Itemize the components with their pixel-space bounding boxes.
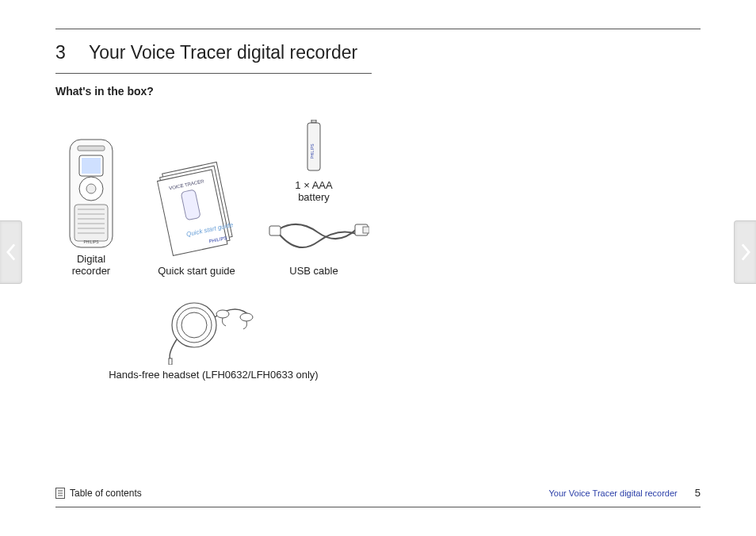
- chapter-title: Your Voice Tracer digital recorder: [89, 42, 357, 63]
- page-number: 5: [695, 487, 701, 499]
- manual-page: 3 Your Voice Tracer digital recorder Wha…: [55, 29, 701, 507]
- chevron-right-icon: [740, 243, 751, 261]
- item-guide-label: Quick start guide: [158, 265, 235, 277]
- item-battery-label: 1 × AAA battery: [295, 180, 332, 204]
- svg-rect-21: [311, 120, 316, 123]
- svg-rect-30: [169, 358, 172, 365]
- item-battery-and-usb: PHILIPS 1 × AAA battery USB cable: [266, 120, 361, 278]
- svg-rect-6: [74, 205, 108, 241]
- svg-rect-24: [269, 226, 281, 235]
- item-headset-label: Hands-free headset (LFH0632/LFH0633 only…: [109, 369, 318, 381]
- item-usb-label: USB cable: [289, 266, 338, 278]
- section-subhead: What's in the box?: [55, 85, 701, 98]
- svg-point-5: [86, 184, 96, 193]
- svg-point-29: [181, 312, 207, 338]
- next-page-button[interactable]: [734, 220, 756, 284]
- page-footer: Table of contents Your Voice Tracer digi…: [55, 487, 701, 499]
- toc-link[interactable]: Table of contents: [70, 488, 142, 499]
- svg-point-32: [240, 313, 253, 321]
- quick-start-guide-icon: VOICE TRACER Quick start guide PHILIPS: [153, 158, 240, 261]
- item-guide: VOICE TRACER Quick start guide PHILIPS Q…: [149, 158, 244, 278]
- svg-text:PHILIPS: PHILIPS: [83, 239, 99, 244]
- item-recorder-label: Digital recorder: [72, 253, 110, 277]
- footer-chapter-ref: Your Voice Tracer digital recorder: [549, 488, 678, 498]
- item-recorder: PHILIPS Digital recorder: [55, 138, 127, 278]
- item-headset: Hands-free headset (LFH0632/LFH0633 only…: [109, 293, 318, 381]
- digital-recorder-icon: PHILIPS: [63, 138, 119, 249]
- column-rule: [55, 73, 372, 74]
- chapter-number: 3: [55, 42, 84, 63]
- usb-cable-icon: [266, 218, 369, 261]
- aaa-battery-icon: PHILIPS: [304, 120, 323, 172]
- svg-rect-3: [82, 158, 101, 174]
- svg-point-31: [216, 310, 229, 318]
- svg-text:PHILIPS: PHILIPS: [310, 144, 315, 159]
- svg-rect-26: [363, 227, 369, 233]
- chevron-left-icon: [6, 243, 17, 261]
- svg-point-28: [177, 308, 212, 343]
- page-title: 3 Your Voice Tracer digital recorder: [55, 42, 701, 63]
- svg-point-27: [172, 303, 216, 347]
- prev-page-button[interactable]: [0, 220, 22, 284]
- toc-icon: [55, 488, 65, 499]
- box-contents: PHILIPS Digital recorder VOICE TRACER Qu…: [55, 120, 372, 381]
- svg-rect-1: [78, 146, 105, 151]
- headset-icon: [158, 293, 269, 365]
